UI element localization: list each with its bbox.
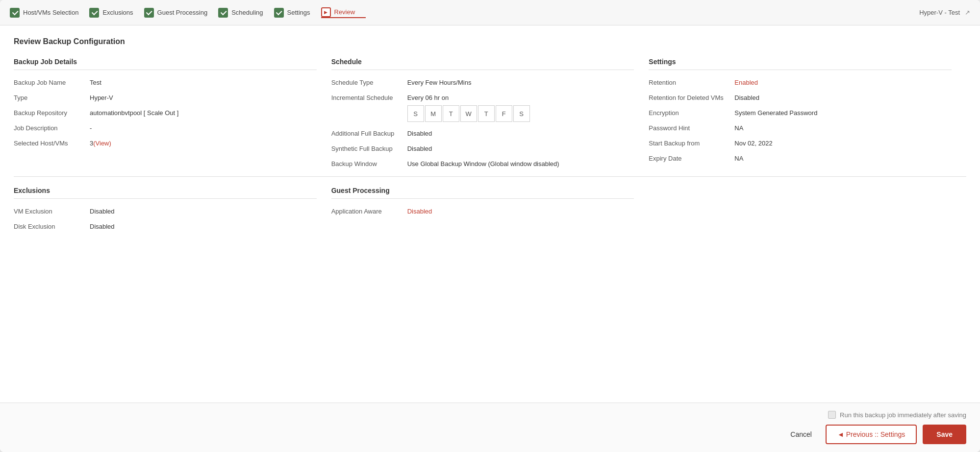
label-start-backup: Start Backup from — [649, 140, 729, 147]
value-hosts: 3(View) — [90, 140, 317, 147]
check-icon-exclusions — [89, 8, 99, 18]
value-backup-window: Use Global Backup Window (Global window … — [407, 160, 634, 167]
detail-row-job-name: Backup Job Name Test — [14, 75, 317, 90]
day-sunday-1: S — [407, 105, 424, 122]
detail-row-password-hint: Password Hint NA — [649, 120, 952, 136]
backup-job-details-section: Backup Job Details Backup Job Name Test … — [14, 58, 331, 171]
value-additional-full: Disabled — [407, 130, 634, 137]
check-icon-guest — [144, 8, 154, 18]
step-label-settings: Settings — [287, 9, 310, 16]
label-incremental: Incremental Schedule — [331, 94, 402, 101]
guest-processing-title: Guest Processing — [331, 187, 634, 199]
detail-row-backup-window: Backup Window Use Global Backup Window (… — [331, 156, 634, 171]
footer-actions: Cancel ◄ Previous :: Settings Save — [14, 425, 966, 444]
detail-row-expiry: Expiry Date NA — [649, 151, 952, 166]
step-icon-host-vms — [10, 8, 20, 18]
value-password-hint: NA — [734, 124, 952, 132]
label-synthetic-full: Synthetic Full Backup — [331, 145, 402, 152]
value-retention: Enabled — [734, 79, 952, 86]
label-hosts: Selected Host/VMs — [14, 140, 85, 147]
detail-row-incremental: Incremental Schedule Every 06 hr on S M … — [331, 90, 634, 126]
step-host-vms[interactable]: Host/VMs Selection — [10, 8, 89, 18]
page-title: Review Backup Configuration — [14, 37, 966, 46]
wizard-steps: Host/VMs Selection Exclusions Guest Proc… — [10, 7, 919, 18]
day-monday: M — [425, 105, 442, 122]
save-button[interactable]: Save — [923, 425, 966, 444]
check-icon-scheduling — [218, 8, 228, 18]
schedule-title: Schedule — [331, 58, 634, 70]
value-start-backup: Nov 02, 2022 — [734, 140, 952, 147]
main-content: Review Backup Configuration Backup Job D… — [0, 25, 980, 403]
label-description: Job Description — [14, 124, 85, 132]
review-icon — [321, 7, 331, 17]
label-disk-exclusion: Disk Exclusion — [14, 223, 85, 230]
label-vm-exclusion: VM Exclusion — [14, 208, 85, 215]
value-retention-deleted: Disabled — [734, 94, 952, 101]
label-expiry: Expiry Date — [649, 155, 729, 162]
nav-right: Hyper-V - Test ↗ — [919, 9, 970, 16]
value-incremental: Every 06 hr on S M T W T F S — [407, 94, 634, 122]
previous-button[interactable]: ◄ Previous :: Settings — [826, 425, 917, 444]
detail-row-additional-full: Additional Full Backup Disabled — [331, 126, 634, 141]
run-immediately-label[interactable]: Run this backup job immediately after sa… — [828, 411, 966, 419]
check-icon-host-vms — [10, 8, 20, 18]
detail-row-repository: Backup Repository automationbvtpool [ Sc… — [14, 105, 317, 120]
step-label-exclusions: Exclusions — [102, 9, 133, 16]
step-guest-processing[interactable]: Guest Processing — [144, 8, 219, 18]
day-friday: F — [496, 105, 512, 122]
step-icon-exclusions — [89, 8, 99, 18]
step-label-guest: Guest Processing — [157, 9, 208, 16]
step-label-scheduling: Scheduling — [231, 9, 263, 16]
days-grid: S M T W T F S — [407, 105, 634, 122]
label-type: Type — [14, 94, 85, 101]
detail-row-retention-deleted: Retention for Deleted VMs Disabled — [649, 90, 952, 105]
value-vm-exclusion: Disabled — [90, 208, 317, 215]
label-additional-full: Additional Full Backup — [331, 130, 402, 137]
value-app-aware: Disabled — [407, 208, 634, 215]
label-backup-window: Backup Window — [331, 160, 402, 167]
step-scheduling[interactable]: Scheduling — [218, 8, 274, 18]
top-navigation: Host/VMs Selection Exclusions Guest Proc… — [0, 0, 980, 25]
job-title: Hyper-V - Test — [919, 9, 960, 16]
run-immediately-checkbox[interactable] — [828, 411, 836, 419]
detail-row-retention: Retention Enabled — [649, 75, 952, 90]
value-encryption: System Generated Password — [734, 109, 952, 117]
label-job-name: Backup Job Name — [14, 79, 85, 86]
value-synthetic-full: Disabled — [407, 145, 634, 152]
label-retention: Retention — [649, 79, 729, 86]
value-disk-exclusion: Disabled — [90, 223, 317, 230]
check-icon-settings — [274, 8, 284, 18]
exclusions-section: Exclusions VM Exclusion Disabled Disk Ex… — [14, 187, 331, 234]
label-app-aware: Application Aware — [331, 208, 402, 215]
detail-row-disk-exclusion: Disk Exclusion Disabled — [14, 219, 317, 234]
detail-row-schedule-type: Schedule Type Every Few Hours/Mins — [331, 75, 634, 90]
step-icon-scheduling — [218, 8, 228, 18]
step-label-host-vms: Host/VMs Selection — [23, 9, 78, 16]
value-type: Hyper-V — [90, 94, 317, 101]
value-repository: automationbvtpool [ Scale Out ] — [90, 109, 317, 117]
step-review[interactable]: Review — [321, 7, 366, 18]
day-thursday: T — [478, 105, 495, 122]
label-schedule-type: Schedule Type — [331, 79, 402, 86]
day-saturday: S — [513, 105, 530, 122]
exclusions-title: Exclusions — [14, 187, 317, 199]
detail-row-encryption: Encryption System Generated Password — [649, 105, 952, 120]
incremental-text: Every 06 hr on — [407, 94, 634, 101]
view-link[interactable]: (View) — [93, 140, 111, 147]
detail-row-start-backup: Start Backup from Nov 02, 2022 — [649, 136, 952, 151]
step-exclusions[interactable]: Exclusions — [89, 8, 144, 18]
settings-title: Settings — [649, 58, 952, 70]
value-schedule-type: Every Few Hours/Mins — [407, 79, 634, 86]
footer-top: Run this backup job immediately after sa… — [14, 411, 966, 419]
detail-row-description: Job Description - — [14, 120, 317, 136]
footer: Run this backup job immediately after sa… — [0, 403, 980, 452]
step-settings[interactable]: Settings — [274, 8, 321, 18]
external-link-icon[interactable]: ↗ — [965, 9, 970, 16]
top-sections: Backup Job Details Backup Job Name Test … — [14, 58, 966, 171]
run-immediately-text: Run this backup job immediately after sa… — [840, 411, 966, 419]
cancel-button[interactable]: Cancel — [782, 426, 820, 443]
label-encryption: Encryption — [649, 109, 729, 117]
label-retention-deleted: Retention for Deleted VMs — [649, 94, 729, 101]
step-label-review: Review — [334, 8, 355, 16]
settings-section: Settings Retention Enabled Retention for… — [649, 58, 966, 171]
